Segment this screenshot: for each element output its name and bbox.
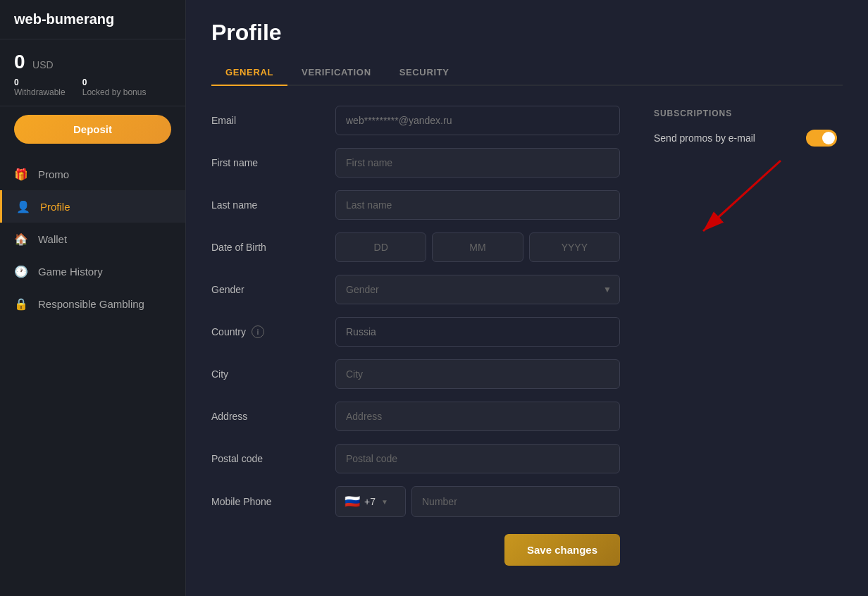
phone-fields: 🇷🇺 +7 ▼ [335, 486, 620, 517]
email-row: Email [211, 106, 620, 135]
email-label: Email [211, 115, 324, 126]
phone-code: +7 [364, 496, 376, 507]
country-info-icon[interactable]: i [252, 325, 264, 338]
city-row: City [211, 359, 620, 389]
dob-dd-input[interactable] [335, 232, 426, 262]
balance-currency: USD [32, 59, 54, 70]
subscriptions-section: SUBSCRIPTIONS Send promos by e-mail [654, 108, 837, 147]
email-input[interactable] [335, 106, 620, 135]
right-sidebar: SUBSCRIPTIONS Send promos by e-mail [654, 106, 837, 566]
sidebar-item-profile-label: Profile [40, 201, 70, 213]
tab-security[interactable]: SECURITY [385, 60, 464, 86]
sidebar-logo: web-bumerang [0, 0, 185, 39]
country-input [335, 317, 620, 347]
firstname-input[interactable] [335, 148, 620, 178]
gender-row: Gender Gender Male Female Other ▼ [211, 275, 620, 304]
firstname-row: First name [211, 148, 620, 178]
sidebar-item-game-history-label: Game History [38, 266, 103, 278]
locked-value: 0 [82, 77, 147, 87]
tab-general[interactable]: GENERAL [211, 60, 287, 86]
form-section: Email First name Last name [211, 106, 620, 566]
subscriptions-title: SUBSCRIPTIONS [654, 108, 837, 118]
dob-mm-input[interactable] [432, 232, 523, 262]
withdrawable-value: 0 [14, 77, 66, 87]
dob-fields [335, 232, 620, 262]
gender-select[interactable]: Gender Male Female Other [335, 275, 620, 304]
city-label: City [211, 368, 324, 380]
address-label: Address [211, 411, 324, 422]
sidebar-item-game-history[interactable]: 🕐 Game History [0, 255, 185, 287]
tab-verification[interactable]: VERIFICATION [287, 60, 385, 86]
withdrawable-label: Withdrawable [14, 87, 66, 97]
firstname-field-wrapper [335, 148, 620, 178]
page-title: Profile [211, 20, 843, 46]
wallet-icon: 🏠 [14, 232, 28, 246]
sidebar-nav: 🎁 Promo 👤 Profile 🏠 Wallet 🕐 Game Histor… [0, 152, 185, 325]
sidebar-item-responsible-gambling[interactable]: 🔒 Responsible Gambling [0, 287, 185, 320]
promo-email-toggle[interactable] [806, 130, 837, 147]
address-field-wrapper [335, 402, 620, 431]
deposit-button[interactable]: Deposit [14, 115, 171, 144]
sidebar-item-promo[interactable]: 🎁 Promo [0, 158, 185, 190]
phone-country-selector[interactable]: 🇷🇺 +7 ▼ [335, 486, 406, 517]
sidebar-item-responsible-gambling-label: Responsible Gambling [38, 298, 144, 310]
sidebar-item-wallet[interactable]: 🏠 Wallet [0, 223, 185, 255]
promo-icon: 🎁 [14, 167, 28, 181]
phone-number-input[interactable] [411, 486, 620, 517]
dob-row: Date of Birth [211, 232, 620, 262]
phone-chevron-icon: ▼ [381, 498, 388, 506]
tabs: GENERAL VERIFICATION SECURITY [211, 60, 843, 86]
toggle-track [806, 130, 837, 147]
gender-select-wrapper: Gender Male Female Other ▼ [335, 275, 620, 304]
lastname-row: Last name [211, 190, 620, 220]
email-field-wrapper [335, 106, 620, 135]
gender-label: Gender [211, 284, 324, 295]
sidebar-item-wallet-label: Wallet [38, 233, 67, 245]
postal-field-wrapper [335, 444, 620, 473]
svg-line-1 [703, 161, 781, 231]
firstname-label: First name [211, 157, 324, 168]
postal-label: Postal code [211, 453, 324, 464]
city-input[interactable] [335, 359, 620, 389]
profile-content: Email First name Last name [211, 106, 843, 566]
phone-label: Mobile Phone [211, 496, 324, 507]
balance-amount: 0 [14, 51, 25, 73]
lastname-field-wrapper [335, 190, 620, 220]
game-history-icon: 🕐 [14, 264, 28, 278]
responsible-gambling-icon: 🔒 [14, 297, 28, 311]
dob-label: Date of Birth [211, 242, 324, 253]
save-button[interactable]: Save changes [504, 534, 620, 566]
sidebar-balance: 0 USD 0 Withdrawable 0 Locked by bonus [0, 39, 185, 106]
promo-email-label: Send promos by e-mail [654, 132, 755, 144]
subscription-promo-row: Send promos by e-mail [654, 130, 837, 147]
country-field-wrapper [335, 317, 620, 347]
russia-flag-icon: 🇷🇺 [345, 494, 360, 509]
main-content: Profile GENERAL VERIFICATION SECURITY Em… [186, 0, 868, 596]
dob-yyyy-input[interactable] [529, 232, 620, 262]
phone-row: Mobile Phone 🇷🇺 +7 ▼ [211, 486, 620, 517]
postal-row: Postal code [211, 444, 620, 473]
lastname-label: Last name [211, 199, 324, 211]
sidebar-item-profile[interactable]: 👤 Profile [0, 190, 185, 223]
locked-label: Locked by bonus [82, 87, 147, 97]
sidebar: web-bumerang 0 USD 0 Withdrawable 0 Lock… [0, 0, 186, 596]
lastname-input[interactable] [335, 190, 620, 220]
address-input[interactable] [335, 402, 620, 431]
sidebar-item-promo-label: Promo [38, 168, 69, 180]
country-row: Country i [211, 317, 620, 347]
profile-icon: 👤 [16, 199, 30, 213]
save-row: Save changes [211, 534, 620, 566]
toggle-thumb [822, 132, 835, 144]
address-row: Address [211, 402, 620, 431]
postal-input[interactable] [335, 444, 620, 473]
country-label: Country i [211, 325, 324, 338]
city-field-wrapper [335, 359, 620, 389]
